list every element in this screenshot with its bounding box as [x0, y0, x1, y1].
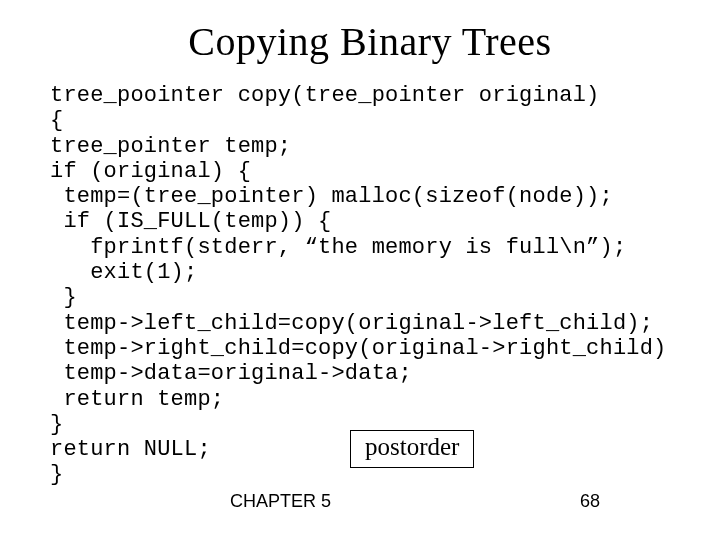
slide: Copying Binary Trees tree_poointer copy(… [0, 0, 720, 540]
postorder-annotation: postorder [350, 430, 474, 468]
code-block: tree_poointer copy(tree_pointer original… [50, 83, 690, 488]
footer-page-number: 68 [580, 491, 600, 512]
slide-title: Copying Binary Trees [50, 18, 690, 65]
footer-chapter: CHAPTER 5 [230, 491, 331, 512]
